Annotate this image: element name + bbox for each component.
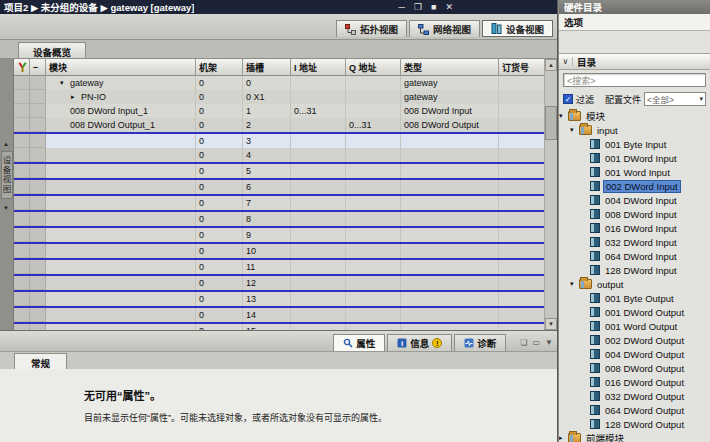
slot-cell[interactable]: 3 bbox=[243, 134, 291, 148]
row-head-cell[interactable] bbox=[14, 196, 30, 210]
vscroll-thumb[interactable] bbox=[545, 106, 557, 140]
rack-cell[interactable]: 0 bbox=[196, 292, 243, 306]
close-icon[interactable]: ✕ bbox=[445, 1, 453, 13]
i-address-cell[interactable] bbox=[291, 196, 346, 210]
q-address-cell[interactable] bbox=[346, 212, 401, 226]
type-cell[interactable] bbox=[401, 134, 499, 148]
catalog-tree-item[interactable]: 008 DWord Output bbox=[559, 361, 710, 375]
expander-icon[interactable]: ▾ bbox=[60, 79, 70, 87]
q-address-cell[interactable] bbox=[346, 196, 401, 210]
column-header-type[interactable]: 类型 bbox=[401, 59, 499, 76]
q-address-cell[interactable] bbox=[346, 276, 401, 290]
module-cell[interactable] bbox=[46, 196, 196, 210]
i-address-cell[interactable] bbox=[291, 164, 346, 178]
module-cell[interactable] bbox=[46, 164, 196, 178]
row-head-cell[interactable] bbox=[14, 76, 30, 90]
type-cell[interactable] bbox=[401, 164, 499, 178]
table-row[interactable]: ▸ PN-IO 0 0 X1 gateway bbox=[14, 90, 544, 104]
restore-icon[interactable]: ❐ bbox=[414, 1, 422, 13]
column-header-rack[interactable]: 机架 bbox=[196, 59, 243, 76]
rack-cell[interactable]: 0 bbox=[196, 308, 243, 322]
chevron-down-icon[interactable]: ∨ bbox=[559, 57, 573, 66]
catalog-tree-item[interactable]: 128 DWord Input bbox=[559, 263, 710, 277]
order-number-cell[interactable] bbox=[499, 308, 544, 322]
type-cell[interactable] bbox=[401, 148, 499, 162]
i-address-cell[interactable] bbox=[291, 228, 346, 242]
order-number-cell[interactable] bbox=[499, 276, 544, 290]
rack-cell[interactable]: 0 bbox=[196, 260, 243, 274]
i-address-cell[interactable] bbox=[291, 212, 346, 226]
row-head-cell[interactable] bbox=[30, 148, 46, 162]
module-cell[interactable] bbox=[46, 276, 196, 290]
row-head-cell[interactable] bbox=[30, 292, 46, 306]
type-cell[interactable]: 008 DWord Input bbox=[401, 104, 499, 118]
q-address-cell[interactable] bbox=[346, 308, 401, 322]
table-row[interactable]: 0 8 bbox=[14, 212, 544, 228]
q-address-cell[interactable] bbox=[346, 134, 401, 148]
expander-icon[interactable]: ▾ bbox=[570, 126, 579, 134]
expander-icon[interactable]: ▾ bbox=[559, 112, 568, 120]
type-cell[interactable]: gateway bbox=[401, 76, 499, 90]
slot-cell[interactable]: 4 bbox=[243, 148, 291, 162]
i-address-cell[interactable] bbox=[291, 260, 346, 274]
rack-cell[interactable]: 0 bbox=[196, 104, 243, 118]
catalog-tree-item[interactable]: 001 DWord Input bbox=[559, 151, 710, 165]
splitter-down-icon[interactable]: ▼ bbox=[3, 205, 9, 211]
order-number-cell[interactable] bbox=[499, 260, 544, 274]
order-number-cell[interactable] bbox=[499, 76, 544, 90]
view-button-topology-view[interactable]: 拓扑视图 bbox=[336, 20, 407, 37]
table-row[interactable]: 0 3 bbox=[14, 134, 544, 148]
catalog-tree-item[interactable]: 001 DWord Output bbox=[559, 305, 710, 319]
type-cell[interactable] bbox=[401, 244, 499, 258]
view-button-network-view[interactable]: 网络视图 bbox=[409, 20, 480, 37]
order-number-cell[interactable] bbox=[499, 228, 544, 242]
order-number-cell[interactable] bbox=[499, 164, 544, 178]
slot-cell[interactable]: 0 bbox=[243, 76, 291, 90]
module-cell[interactable]: ▸ PN-IO bbox=[46, 90, 196, 104]
order-number-cell[interactable] bbox=[499, 180, 544, 194]
module-cell[interactable] bbox=[46, 292, 196, 306]
order-number-cell[interactable] bbox=[499, 292, 544, 306]
row-head-cell[interactable] bbox=[14, 90, 30, 104]
type-cell[interactable] bbox=[401, 228, 499, 242]
slot-cell[interactable]: 7 bbox=[243, 196, 291, 210]
row-head-cell[interactable] bbox=[30, 164, 46, 178]
slot-cell[interactable]: 8 bbox=[243, 212, 291, 226]
i-address-cell[interactable] bbox=[291, 276, 346, 290]
profile-dropdown[interactable]: <全部> ▾ bbox=[644, 92, 706, 106]
module-cell[interactable] bbox=[46, 308, 196, 322]
row-head-cell[interactable] bbox=[14, 212, 30, 226]
slot-cell[interactable]: 12 bbox=[243, 276, 291, 290]
slot-cell[interactable]: 9 bbox=[243, 228, 291, 242]
order-number-cell[interactable] bbox=[499, 90, 544, 104]
catalog-tree-item[interactable]: ▾ input bbox=[559, 123, 710, 137]
table-row[interactable]: 0 4 bbox=[14, 148, 544, 164]
row-head-cell[interactable] bbox=[30, 118, 46, 132]
type-cell[interactable] bbox=[401, 308, 499, 322]
order-number-cell[interactable] bbox=[499, 134, 544, 148]
row-head-cell[interactable] bbox=[30, 212, 46, 226]
rack-cell[interactable]: 0 bbox=[196, 180, 243, 194]
splitter-up-icon[interactable]: ▲ bbox=[3, 141, 9, 147]
row-head-cell[interactable] bbox=[14, 244, 30, 258]
table-row[interactable]: 0 9 bbox=[14, 228, 544, 244]
module-cell[interactable]: 008 DWord Output_1 bbox=[46, 118, 196, 132]
catalog-tree-item[interactable]: 001 Byte Input bbox=[559, 137, 710, 151]
slot-cell[interactable]: 14 bbox=[243, 308, 291, 322]
module-cell[interactable]: ▾ gateway bbox=[46, 76, 196, 90]
table-row[interactable]: 008 DWord Input_1 0 1 0...31 008 DWord I… bbox=[14, 104, 544, 118]
row-head-cell[interactable] bbox=[14, 228, 30, 242]
tab-general[interactable]: 常规 bbox=[14, 353, 67, 369]
q-address-cell[interactable] bbox=[346, 228, 401, 242]
order-number-cell[interactable] bbox=[499, 212, 544, 226]
row-head-cell[interactable] bbox=[14, 118, 30, 132]
module-cell[interactable] bbox=[46, 180, 196, 194]
catalog-tree-item[interactable]: 128 DWord Output bbox=[559, 417, 710, 431]
address-legend-column-header[interactable] bbox=[14, 59, 30, 76]
table-row[interactable]: 008 DWord Output_1 0 2 0...31 008 DWord … bbox=[14, 118, 544, 134]
row-head-cell[interactable] bbox=[14, 276, 30, 290]
module-cell[interactable] bbox=[46, 260, 196, 274]
q-address-cell[interactable] bbox=[346, 90, 401, 104]
i-address-cell[interactable] bbox=[291, 134, 346, 148]
catalog-tree-item[interactable]: ▸ 前端模块 bbox=[559, 431, 710, 442]
